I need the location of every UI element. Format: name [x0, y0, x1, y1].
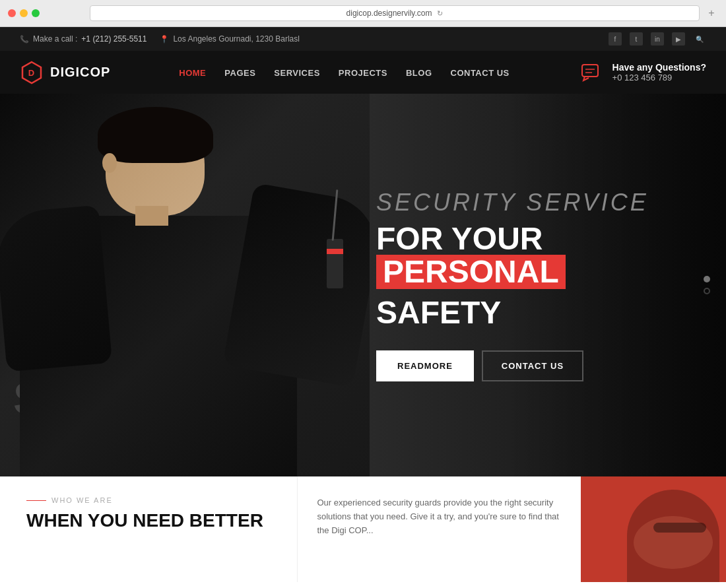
hero-content: SECURITY SERVICE FOR YOUR PERSONAL SAFET…	[376, 189, 673, 381]
section-heading: WHEN YOU NEED BETTER	[26, 511, 271, 531]
twitter-icon[interactable]: t	[630, 32, 643, 46]
nav-pages[interactable]: PAGES	[224, 67, 255, 79]
logo-icon: D	[20, 61, 44, 84]
hero-buttons: READMORE CONTACT US	[376, 350, 673, 381]
close-button[interactable]	[8, 9, 16, 17]
window-controls	[8, 9, 40, 17]
top-info-bar: 📞 Make a call : +1 (212) 255-5511 📍 Los …	[0, 27, 726, 51]
top-bar-contact-info: 📞 Make a call : +1 (212) 255-5511 📍 Los …	[20, 34, 300, 44]
nav-services-link[interactable]: SERVICES	[274, 68, 320, 78]
nav-contact-details: Have any Questions? +0 123 456 789	[612, 62, 706, 82]
who-label-text: WHO WE ARE	[51, 496, 113, 504]
red-accent-block	[581, 476, 726, 582]
nav-home-link[interactable]: HOME	[179, 68, 206, 78]
question-label: Have any Questions?	[612, 62, 706, 73]
nav-contact-link[interactable]: CONTACT US	[451, 68, 510, 78]
contact-us-button[interactable]: CONTACT US	[482, 350, 583, 381]
hero-section: SECURITY SECURITY SERVICE FOR YOUR PERSO…	[0, 94, 726, 476]
hero-figure: SECURITY	[0, 94, 370, 476]
hero-highlight: PERSONAL	[376, 255, 566, 289]
nav-menu: HOME PAGES SERVICES PROJECTS BLOG CONTAC…	[179, 67, 509, 79]
chat-icon	[578, 59, 605, 86]
who-we-are-section: WHO WE ARE WHEN YOU NEED BETTER	[0, 476, 297, 582]
description-text: Our experienced security guards provide …	[317, 496, 562, 537]
address-text: Los Angeles Gournadi, 1230 Barlasl	[173, 34, 299, 44]
svg-rect-2	[582, 65, 598, 77]
label-line	[26, 500, 46, 501]
svg-text:D: D	[28, 68, 35, 78]
phone-info: 📞 Make a call : +1 (212) 255-5511	[20, 34, 147, 44]
phone-number: +1 (212) 255-5511	[81, 34, 147, 44]
readmore-button[interactable]: READMORE	[376, 350, 474, 381]
linkedin-icon[interactable]: in	[651, 32, 664, 46]
section-label: WHO WE ARE	[26, 496, 271, 504]
nav-services[interactable]: SERVICES	[274, 67, 320, 79]
reload-icon[interactable]: ↻	[437, 9, 443, 18]
hero-subtitle: SECURITY SERVICE	[376, 189, 673, 216]
search-icon[interactable]: 🔍	[693, 32, 706, 46]
hero-title-line1: FOR YOUR PERSONAL	[376, 223, 673, 289]
minimize-button[interactable]	[20, 9, 28, 17]
nav-blog-link[interactable]: BLOG	[406, 68, 432, 78]
address-info: 📍 Los Angeles Gournadi, 1230 Barlasl	[160, 34, 299, 44]
bottom-section: WHO WE ARE WHEN YOU NEED BETTER Our expe…	[0, 476, 726, 582]
nav-pages-link[interactable]: PAGES	[224, 68, 255, 78]
location-icon: 📍	[160, 35, 169, 44]
facebook-icon[interactable]: f	[609, 32, 622, 46]
nav-contact[interactable]: CONTACT US	[451, 67, 510, 79]
nav-blog[interactable]: BLOG	[406, 67, 432, 79]
contact-phone: +0 123 456 789	[612, 73, 706, 82]
logo-text: DIGICOP	[50, 65, 110, 80]
social-links: f t in ▶ 🔍	[609, 32, 706, 46]
site-logo[interactable]: D DIGICOP	[20, 61, 110, 84]
youtube-icon[interactable]: ▶	[672, 32, 685, 46]
url-text: digicop.designervily.com	[346, 9, 432, 18]
nav-contact-section: Have any Questions? +0 123 456 789	[578, 59, 706, 86]
maximize-button[interactable]	[32, 9, 40, 17]
phone-icon: 📞	[20, 35, 29, 44]
phone-label: Make a call :	[33, 34, 77, 44]
new-tab-button[interactable]: +	[705, 7, 718, 20]
browser-chrome: digicop.designervily.com ↻ +	[0, 0, 726, 27]
nav-projects-link[interactable]: PROJECTS	[339, 68, 387, 78]
who-we-are-description: Our experienced security guards provide …	[297, 476, 581, 582]
nav-projects[interactable]: PROJECTS	[339, 67, 387, 79]
hero-title-line2: SAFETY	[376, 294, 673, 331]
main-navbar: D DIGICOP HOME PAGES SERVICES PROJECTS B…	[0, 51, 726, 94]
nav-home[interactable]: HOME	[179, 67, 206, 79]
address-bar[interactable]: digicop.designervily.com ↻	[90, 5, 700, 21]
